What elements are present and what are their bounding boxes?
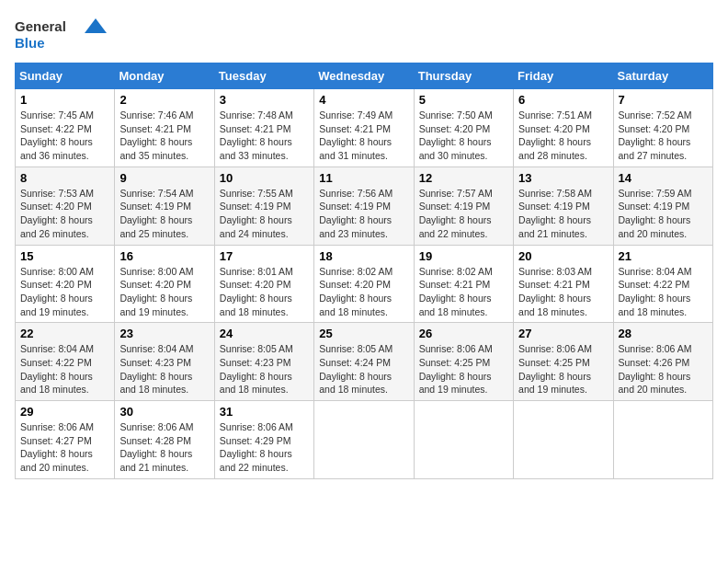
day-number: 9 [119,171,209,185]
calendar-week-3: 15Sunrise: 8:00 AMSunset: 4:20 PMDayligh… [16,245,713,323]
day-number: 28 [619,327,708,340]
day-info: Sunrise: 7:54 AMSunset: 4:19 PMDaylight:… [119,187,209,241]
day-info: Sunrise: 8:02 AMSunset: 4:20 PMDaylight:… [319,265,408,319]
day-number: 7 [619,93,708,107]
day-info: Sunrise: 8:06 AMSunset: 4:26 PMDaylight:… [619,342,708,396]
calendar-cell: 13Sunrise: 7:58 AMSunset: 4:19 PMDayligh… [514,167,613,245]
day-info: Sunrise: 8:05 AMSunset: 4:24 PMDaylight:… [319,342,408,396]
weekday-header-thursday: Thursday [414,63,513,89]
day-number: 20 [518,249,608,263]
calendar-cell: 16Sunrise: 8:00 AMSunset: 4:20 PMDayligh… [115,245,214,323]
calendar-cell: 9Sunrise: 7:54 AMSunset: 4:19 PMDaylight… [115,167,214,245]
day-info: Sunrise: 7:57 AMSunset: 4:19 PMDaylight:… [419,187,508,241]
calendar-week-5: 29Sunrise: 8:06 AMSunset: 4:27 PMDayligh… [16,401,713,479]
calendar-cell: 3Sunrise: 7:48 AMSunset: 4:21 PMDaylight… [214,89,313,167]
svg-marker-2 [85,18,107,33]
svg-text:Blue: Blue [15,35,45,51]
day-number: 23 [119,327,209,340]
calendar-cell: 7Sunrise: 7:52 AMSunset: 4:20 PMDaylight… [613,89,712,167]
day-number: 13 [518,171,608,185]
day-number: 5 [419,93,508,107]
page-header: General Blue [15,15,713,53]
day-info: Sunrise: 8:00 AMSunset: 4:20 PMDaylight:… [119,265,209,319]
calendar-cell: 4Sunrise: 7:49 AMSunset: 4:21 PMDaylight… [314,89,414,167]
day-number: 6 [518,93,608,107]
day-info: Sunrise: 7:58 AMSunset: 4:19 PMDaylight:… [518,187,608,241]
day-info: Sunrise: 7:52 AMSunset: 4:20 PMDaylight:… [619,109,708,163]
day-info: Sunrise: 8:04 AMSunset: 4:22 PMDaylight:… [20,342,109,396]
calendar-cell: 1Sunrise: 7:45 AMSunset: 4:22 PMDaylight… [16,89,115,167]
calendar-cell: 14Sunrise: 7:59 AMSunset: 4:19 PMDayligh… [613,167,712,245]
calendar-cell [314,401,414,479]
day-info: Sunrise: 8:06 AMSunset: 4:25 PMDaylight:… [518,342,608,396]
day-number: 27 [518,327,608,340]
calendar-cell: 22Sunrise: 8:04 AMSunset: 4:22 PMDayligh… [16,323,115,401]
calendar-cell: 19Sunrise: 8:02 AMSunset: 4:21 PMDayligh… [414,245,513,323]
day-info: Sunrise: 8:06 AMSunset: 4:28 PMDaylight:… [119,420,209,475]
weekday-header-monday: Monday [115,63,214,89]
day-number: 22 [20,327,109,340]
day-number: 10 [220,171,309,185]
calendar-cell: 17Sunrise: 8:01 AMSunset: 4:20 PMDayligh… [214,245,313,323]
day-info: Sunrise: 8:06 AMSunset: 4:25 PMDaylight:… [419,342,508,396]
day-number: 21 [619,249,708,263]
day-info: Sunrise: 7:46 AMSunset: 4:21 PMDaylight:… [119,109,209,163]
day-info: Sunrise: 8:06 AMSunset: 4:27 PMDaylight:… [20,420,109,475]
day-number: 18 [319,249,408,263]
calendar-cell [613,401,712,479]
weekday-header-tuesday: Tuesday [214,63,313,89]
day-number: 24 [220,327,309,340]
day-info: Sunrise: 7:59 AMSunset: 4:19 PMDaylight:… [619,187,708,241]
day-info: Sunrise: 7:51 AMSunset: 4:20 PMDaylight:… [518,109,608,163]
day-number: 3 [220,93,309,107]
day-info: Sunrise: 8:00 AMSunset: 4:20 PMDaylight:… [20,265,109,319]
calendar-cell: 11Sunrise: 7:56 AMSunset: 4:19 PMDayligh… [314,167,414,245]
day-info: Sunrise: 7:48 AMSunset: 4:21 PMDaylight:… [220,109,309,163]
calendar-cell: 2Sunrise: 7:46 AMSunset: 4:21 PMDaylight… [115,89,214,167]
calendar-cell: 27Sunrise: 8:06 AMSunset: 4:25 PMDayligh… [514,323,613,401]
calendar-cell: 23Sunrise: 8:04 AMSunset: 4:23 PMDayligh… [115,323,214,401]
day-number: 17 [220,249,309,263]
day-info: Sunrise: 8:05 AMSunset: 4:23 PMDaylight:… [220,342,309,396]
weekday-header-friday: Friday [514,63,613,89]
calendar-week-1: 1Sunrise: 7:45 AMSunset: 4:22 PMDaylight… [16,89,713,167]
weekday-header-saturday: Saturday [613,63,712,89]
day-number: 25 [319,327,408,340]
calendar-cell: 20Sunrise: 8:03 AMSunset: 4:21 PMDayligh… [514,245,613,323]
day-info: Sunrise: 7:49 AMSunset: 4:21 PMDaylight:… [319,109,408,163]
calendar-week-4: 22Sunrise: 8:04 AMSunset: 4:22 PMDayligh… [16,323,713,401]
day-info: Sunrise: 7:45 AMSunset: 4:22 PMDaylight:… [20,109,109,163]
day-info: Sunrise: 8:04 AMSunset: 4:23 PMDaylight:… [119,342,209,396]
day-number: 2 [119,93,209,107]
day-number: 4 [319,93,408,107]
day-info: Sunrise: 7:56 AMSunset: 4:19 PMDaylight:… [319,187,408,241]
day-number: 30 [119,405,209,419]
weekday-header-sunday: Sunday [16,63,115,89]
calendar-table: SundayMondayTuesdayWednesdayThursdayFrid… [15,63,713,479]
calendar-cell [414,401,513,479]
calendar-cell: 12Sunrise: 7:57 AMSunset: 4:19 PMDayligh… [414,167,513,245]
weekday-header-wednesday: Wednesday [314,63,414,89]
calendar-cell [514,401,613,479]
day-number: 14 [619,171,708,185]
calendar-cell: 28Sunrise: 8:06 AMSunset: 4:26 PMDayligh… [613,323,712,401]
calendar-cell: 26Sunrise: 8:06 AMSunset: 4:25 PMDayligh… [414,323,513,401]
calendar-cell: 8Sunrise: 7:53 AMSunset: 4:20 PMDaylight… [16,167,115,245]
day-number: 11 [319,171,408,185]
calendar-week-2: 8Sunrise: 7:53 AMSunset: 4:20 PMDaylight… [16,167,713,245]
calendar-cell: 24Sunrise: 8:05 AMSunset: 4:23 PMDayligh… [214,323,313,401]
svg-text:General: General [15,18,66,34]
day-number: 16 [119,249,209,263]
day-number: 1 [20,93,109,107]
day-number: 12 [419,171,508,185]
day-number: 31 [220,405,309,419]
calendar-cell: 30Sunrise: 8:06 AMSunset: 4:28 PMDayligh… [115,401,214,479]
day-number: 8 [20,171,109,185]
day-number: 15 [20,249,109,263]
day-info: Sunrise: 8:06 AMSunset: 4:29 PMDaylight:… [220,420,309,475]
calendar-cell: 31Sunrise: 8:06 AMSunset: 4:29 PMDayligh… [214,401,313,479]
day-number: 19 [419,249,508,263]
calendar-cell: 10Sunrise: 7:55 AMSunset: 4:19 PMDayligh… [214,167,313,245]
day-number: 26 [419,327,508,340]
day-info: Sunrise: 8:03 AMSunset: 4:21 PMDaylight:… [518,265,608,319]
